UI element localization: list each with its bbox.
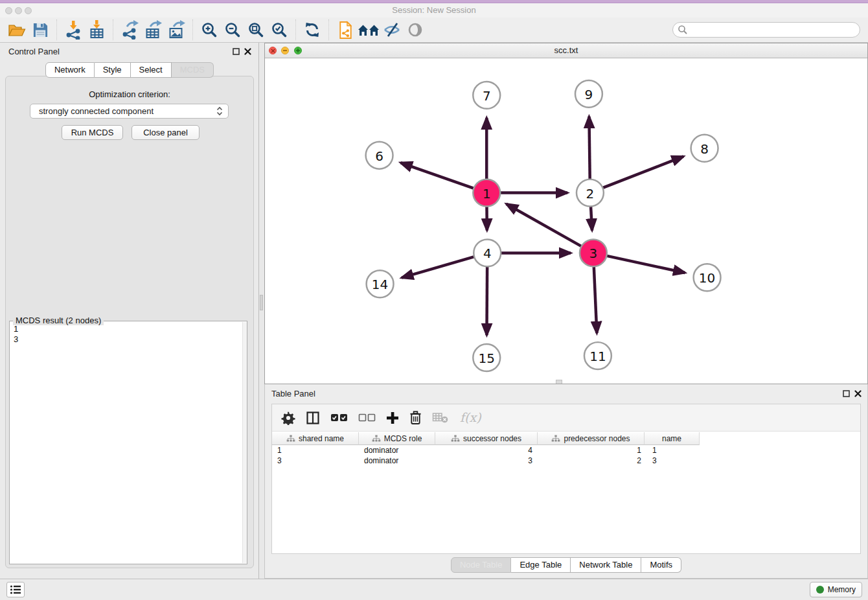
table-panel-title: Table Panel bbox=[271, 389, 315, 398]
table-panel: Table Panel f(x) shared name MCDS role s… bbox=[264, 384, 868, 579]
app-title: Session: New Session bbox=[0, 3, 868, 17]
graph-node-label: 11 bbox=[589, 349, 606, 364]
chevron-up-down-icon bbox=[216, 106, 223, 116]
hierarchy-icon bbox=[551, 435, 560, 442]
tab-edge-table[interactable]: Edge Table bbox=[511, 557, 571, 573]
column-header-predecessor-nodes[interactable]: predecessor nodes bbox=[538, 432, 645, 445]
vertical-splitter[interactable] bbox=[259, 43, 264, 579]
graph-edge-3-1[interactable] bbox=[507, 204, 583, 247]
unchecked-boxes-icon bbox=[358, 413, 376, 422]
task-history-button[interactable] bbox=[6, 582, 25, 597]
graph-node-label: 15 bbox=[479, 351, 495, 366]
graph-edge-4-14[interactable] bbox=[402, 257, 475, 278]
cell-predecessor-nodes[interactable]: 1 bbox=[538, 446, 645, 455]
table-panel-header: Table Panel bbox=[265, 384, 867, 402]
search-field[interactable] bbox=[672, 22, 860, 38]
eye-slash-icon bbox=[382, 21, 402, 38]
tab-motifs[interactable]: Motifs bbox=[641, 557, 681, 573]
zoom-in-button[interactable] bbox=[198, 18, 221, 41]
list-icon bbox=[10, 584, 21, 595]
import-table-button[interactable] bbox=[85, 18, 108, 41]
cell-mcds-role[interactable]: dominator bbox=[359, 456, 435, 465]
graph-node-label: 3 bbox=[589, 246, 598, 261]
graph-edge-2-9[interactable] bbox=[589, 117, 589, 181]
open-file-button[interactable] bbox=[5, 18, 29, 41]
tab-style[interactable]: Style bbox=[95, 62, 131, 78]
cell-name[interactable]: 1 bbox=[645, 446, 700, 455]
tab-network-table[interactable]: Network Table bbox=[571, 557, 641, 573]
network-window: scc.txt 1234678910111415 bbox=[264, 43, 868, 384]
network-window-titlebar[interactable]: scc.txt bbox=[265, 43, 867, 58]
column-header-mcds-role[interactable]: MCDS role bbox=[359, 432, 435, 445]
export-table-icon bbox=[144, 20, 163, 40]
graph-edge-2-8[interactable] bbox=[602, 156, 683, 188]
splitter-handle[interactable] bbox=[260, 295, 263, 310]
control-panel-title: Control Panel bbox=[8, 47, 60, 56]
column-header-shared-name[interactable]: shared name bbox=[272, 432, 359, 445]
delete-table-icon bbox=[432, 411, 448, 424]
graph-edge-2-3[interactable] bbox=[591, 205, 592, 231]
cell-shared-name[interactable]: 3 bbox=[272, 456, 359, 465]
add-row-button[interactable] bbox=[386, 411, 399, 424]
import-network-button[interactable] bbox=[62, 18, 85, 41]
column-header-name[interactable]: name bbox=[645, 432, 700, 445]
control-panel: Control Panel Network Style Select MCDS … bbox=[0, 43, 259, 579]
graph-edge-3-11[interactable] bbox=[594, 265, 597, 333]
network-canvas[interactable]: 1234678910111415 bbox=[265, 58, 867, 384]
apply-layout-button[interactable] bbox=[301, 18, 324, 41]
birds-eye-view-button[interactable] bbox=[404, 18, 427, 41]
delete-row-button[interactable] bbox=[409, 410, 422, 425]
graph-node-label: 9 bbox=[585, 87, 593, 102]
show-columns-button[interactable] bbox=[306, 411, 320, 425]
export-image-icon bbox=[167, 20, 186, 40]
export-table-button[interactable] bbox=[141, 18, 165, 41]
canvas-resize-handle[interactable] bbox=[556, 380, 562, 384]
float-panel-icon[interactable] bbox=[233, 48, 240, 55]
save-icon bbox=[32, 22, 49, 38]
graph-edge-4-15[interactable] bbox=[486, 265, 487, 335]
result-scrollbar[interactable] bbox=[242, 322, 247, 563]
network-graph[interactable]: 1234678910111415 bbox=[265, 58, 867, 384]
zoom-fit-button[interactable] bbox=[244, 18, 268, 41]
export-image-button[interactable] bbox=[165, 18, 188, 41]
save-session-button[interactable] bbox=[29, 18, 52, 41]
table-row[interactable]: 1 dominator 4 1 1 bbox=[272, 445, 860, 456]
zoom-out-button[interactable] bbox=[221, 18, 244, 41]
table-row[interactable]: 3 dominator 3 2 3 bbox=[272, 456, 860, 466]
import-network-icon bbox=[65, 20, 82, 40]
trash-icon bbox=[409, 410, 422, 425]
tab-node-table[interactable]: Node Table bbox=[451, 557, 512, 573]
table-settings-button[interactable] bbox=[281, 411, 295, 425]
first-neighbors-button[interactable] bbox=[357, 18, 380, 41]
zoom-selected-button[interactable] bbox=[268, 18, 291, 41]
tab-select[interactable]: Select bbox=[131, 62, 172, 78]
cell-successor-nodes[interactable]: 4 bbox=[435, 446, 538, 455]
network-from-file-button[interactable] bbox=[334, 18, 357, 41]
import-table-icon bbox=[88, 20, 106, 40]
tab-mcds[interactable]: MCDS bbox=[172, 62, 214, 78]
cell-shared-name[interactable]: 1 bbox=[272, 446, 359, 455]
graph-edge-1-6[interactable] bbox=[401, 163, 475, 189]
tab-network[interactable]: Network bbox=[45, 62, 95, 78]
dropdown-value: strongly connected component bbox=[39, 106, 216, 116]
close-panel-button[interactable]: Close panel bbox=[131, 125, 200, 140]
select-all-button[interactable] bbox=[330, 413, 348, 422]
optimization-criterion-dropdown[interactable]: strongly connected component bbox=[30, 104, 229, 119]
deselect-all-button[interactable] bbox=[358, 413, 376, 422]
cell-name[interactable]: 3 bbox=[645, 456, 700, 465]
search-input[interactable] bbox=[688, 24, 860, 36]
float-table-panel-icon[interactable] bbox=[843, 390, 850, 397]
cell-predecessor-nodes[interactable]: 2 bbox=[538, 456, 645, 465]
graph-node-label: 8 bbox=[700, 141, 709, 157]
run-mcds-button[interactable]: Run MCDS bbox=[62, 125, 123, 140]
table-toolbar: f(x) bbox=[272, 404, 860, 432]
hide-selected-button[interactable] bbox=[380, 18, 404, 41]
cell-mcds-role[interactable]: dominator bbox=[359, 446, 435, 455]
graph-edge-3-10[interactable] bbox=[605, 255, 685, 273]
export-network-button[interactable] bbox=[118, 18, 141, 41]
cell-successor-nodes[interactable]: 3 bbox=[435, 456, 538, 465]
column-header-successor-nodes[interactable]: successor nodes bbox=[435, 432, 538, 445]
memory-button[interactable]: Memory bbox=[810, 582, 862, 597]
close-table-panel-icon[interactable] bbox=[854, 390, 862, 397]
close-panel-icon[interactable] bbox=[244, 48, 251, 55]
